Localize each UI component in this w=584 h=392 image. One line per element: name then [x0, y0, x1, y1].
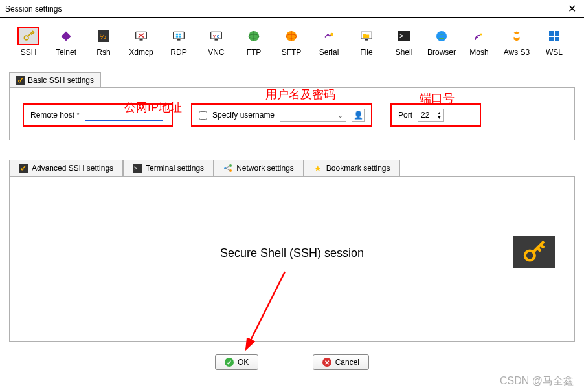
protocol-label: WSL	[546, 48, 563, 57]
specify-username-checkbox[interactable]	[199, 111, 207, 120]
port-group: Port ▲▼	[390, 103, 481, 127]
monitor-x-icon	[130, 27, 152, 45]
spinner-arrows-icon[interactable]: ▲▼	[437, 111, 443, 120]
protocol-toolbar: SSH Telnet % Rsh Xdmcp RDP VC VNC FTP SF…	[0, 18, 584, 61]
protocol-vnc[interactable]: VC VNC	[199, 26, 233, 58]
annotation-ip: 公网IP地址	[124, 100, 182, 115]
window-title: Session settings	[5, 5, 565, 14]
cubes-icon	[506, 27, 528, 45]
star-icon: ★	[313, 164, 322, 173]
globe-green-icon	[243, 27, 265, 45]
protocol-label: FTP	[247, 48, 262, 57]
diamond-icon	[55, 27, 77, 45]
cancel-button[interactable]: ✕ Cancel	[313, 354, 369, 370]
settings-tabs: Advanced SSH settings >_ Terminal settin…	[9, 160, 575, 176]
network-icon	[223, 164, 232, 173]
ok-button[interactable]: ✓ OK	[215, 354, 258, 370]
protocol-label: Shell	[396, 48, 413, 57]
close-icon[interactable]: ✕	[565, 3, 579, 15]
svg-text:>_: >_	[399, 32, 407, 39]
svg-text:C: C	[217, 34, 220, 38]
protocol-label: Browser	[427, 48, 456, 57]
protocol-browser[interactable]: Browser	[425, 26, 458, 58]
svg-point-19	[330, 33, 333, 36]
username-combo[interactable]	[280, 109, 346, 122]
remote-host-label: Remote host *	[30, 111, 80, 120]
port-label: Port	[398, 111, 412, 120]
protocol-wsl[interactable]: WSL	[537, 26, 571, 58]
key-mini-icon	[16, 76, 25, 85]
tab-network[interactable]: Network settings	[214, 160, 304, 176]
port-input[interactable]	[418, 111, 434, 120]
tab-advanced-ssh[interactable]: Advanced SSH settings	[9, 160, 123, 176]
x-icon: ✕	[322, 358, 331, 367]
svg-text:%: %	[100, 32, 106, 40]
key-icon	[17, 27, 39, 45]
svg-rect-6	[176, 34, 178, 36]
tab-terminal[interactable]: >_ Terminal settings	[123, 160, 214, 176]
dialog-buttons: ✓ OK ✕ Cancel	[0, 354, 584, 370]
cancel-label: Cancel	[335, 358, 359, 367]
tab-label: Bookmark settings	[326, 164, 390, 173]
user-picker-icon[interactable]: 👤	[352, 109, 365, 122]
svg-rect-28	[549, 37, 554, 41]
terminal-mini-icon: >_	[133, 164, 142, 173]
monitor-win-icon	[168, 27, 190, 45]
protocol-ftp[interactable]: FTP	[237, 26, 271, 58]
protocol-sftp[interactable]: SFTP	[275, 26, 308, 58]
port-spinner[interactable]: ▲▼	[418, 109, 444, 122]
svg-rect-14	[215, 39, 218, 41]
svg-rect-26	[549, 31, 554, 36]
svg-rect-8	[176, 36, 178, 38]
session-type-title: Secure Shell (SSH) session	[220, 246, 364, 260]
svg-rect-11	[211, 32, 222, 39]
tab-bookmark[interactable]: ★ Bookmark settings	[304, 160, 400, 176]
svg-rect-27	[555, 31, 559, 36]
content-panel: Secure Shell (SSH) session	[9, 176, 575, 342]
protocol-label: SSH	[21, 48, 37, 57]
protocol-ssh[interactable]: SSH	[12, 26, 45, 58]
annotation-user: 用户名及密码	[265, 87, 335, 102]
protocol-label: File	[360, 48, 372, 57]
protocol-label: Telnet	[56, 48, 76, 57]
link-icon: %	[93, 27, 115, 45]
monitor-folder-icon	[355, 27, 377, 45]
title-bar: Session settings ✕	[0, 0, 584, 18]
svg-point-31	[21, 168, 23, 170]
protocol-label: Rsh	[96, 48, 110, 57]
globe-orange-icon	[280, 27, 302, 45]
protocol-mosh[interactable]: Mosh	[462, 26, 496, 58]
tab-basic-ssh[interactable]: Basic SSH settings	[9, 72, 101, 87]
check-icon: ✓	[225, 358, 234, 367]
protocol-label: RDP	[170, 48, 186, 57]
protocol-label: VNC	[208, 48, 224, 57]
protocol-awss3[interactable]: Aws S3	[500, 26, 533, 58]
svg-rect-9	[179, 36, 181, 38]
svg-rect-21	[365, 39, 368, 41]
protocol-shell[interactable]: >_ Shell	[387, 26, 421, 58]
protocol-file[interactable]: File	[350, 26, 383, 58]
svg-point-25	[480, 34, 482, 36]
tab-label: Basic SSH settings	[28, 76, 94, 85]
protocol-serial[interactable]: Serial	[312, 26, 346, 58]
specify-username-label: Specify username	[212, 111, 275, 120]
protocol-label: Mosh	[469, 48, 488, 57]
protocol-rdp[interactable]: RDP	[162, 26, 196, 58]
tab-label: Network settings	[236, 164, 294, 173]
username-group: Specify username 👤	[191, 103, 372, 127]
svg-rect-4	[140, 39, 143, 41]
tab-label: Terminal settings	[146, 164, 204, 173]
serial-icon	[318, 27, 340, 45]
key-badge-icon	[513, 236, 555, 268]
svg-rect-10	[177, 39, 181, 41]
protocol-xdmcp[interactable]: Xdmcp	[124, 26, 158, 58]
tab-label: Advanced SSH settings	[32, 164, 113, 173]
protocol-telnet[interactable]: Telnet	[49, 26, 83, 58]
svg-point-24	[436, 31, 447, 41]
svg-text:V: V	[213, 34, 216, 38]
svg-rect-5	[174, 32, 185, 39]
protocol-rsh[interactable]: % Rsh	[87, 26, 120, 58]
watermark: CSDN @马全鑫	[500, 375, 574, 388]
windows-icon	[543, 27, 565, 45]
svg-point-0	[24, 36, 28, 40]
